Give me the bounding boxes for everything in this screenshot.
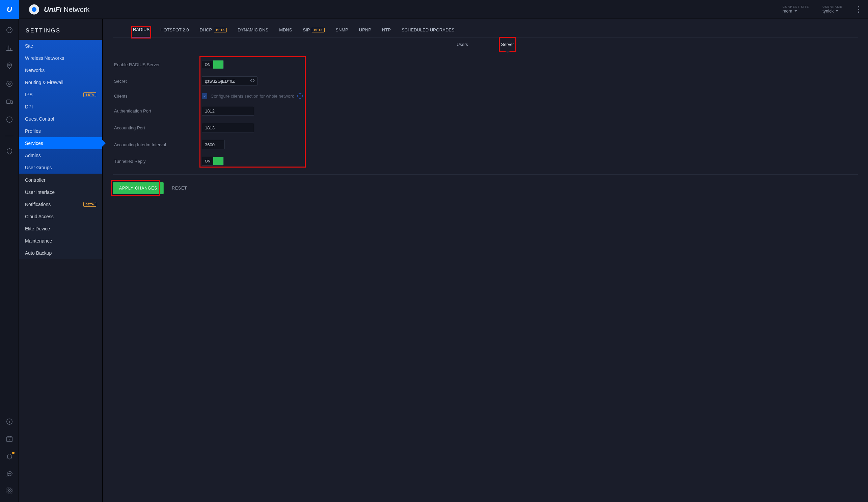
tab-label: NTP [382,27,391,32]
tab-radius[interactable]: RADIUS [132,27,150,38]
sidebar-item-label: Admins [25,153,41,158]
events-icon[interactable] [6,435,13,443]
tab-dhcp[interactable]: DHCPBETA [199,27,227,37]
tunnel-reply-toggle[interactable]: ON [202,157,224,165]
tunnel-label: Tunnelled Reply [114,159,202,164]
acct-port-label: Accounting Port [114,126,202,130]
reveal-password-icon[interactable] [250,78,255,84]
svg-rect-8 [7,437,12,442]
sidebar-item-routing-firewall[interactable]: Routing & Firewall [19,76,102,89]
info-icon[interactable]: i [297,93,303,99]
username-value: tynick [823,8,834,13]
sidebar-item-auto-backup[interactable]: Auto Backup [19,247,102,259]
top-bar: U UniFi Network CURRENT SITE mom USERNAM… [0,0,868,19]
secret-input[interactable] [202,76,258,86]
sidebar-item-label: Elite Device [25,226,50,231]
tunnel-reply-toggle-text: ON [202,159,213,163]
sidebar-item-label: Wireless Networks [25,56,64,61]
sidebar-item-profiles[interactable]: Profiles [19,125,102,137]
tab-snmp[interactable]: SNMP [335,27,349,37]
svg-point-11 [10,473,10,474]
sidebar-item-elite-device[interactable]: Elite Device [19,223,102,235]
reset-button[interactable]: RESET [172,186,187,191]
tab-mdns[interactable]: MDNS [278,27,292,37]
info-icon[interactable] [6,418,13,426]
sidebar-item-notifications[interactable]: NotificationsBETA [19,198,102,210]
chat-icon[interactable] [6,470,13,478]
svg-point-1 [8,64,10,66]
subtab-users[interactable]: Users [455,38,469,51]
sidebar-item-user-groups[interactable]: User Groups [19,161,102,174]
current-site-label: CURRENT SITE [783,5,809,8]
clients-icon[interactable] [6,98,13,107]
current-site-value: mom [783,8,793,13]
sidebar-item-label: Controller [25,177,45,183]
sidebar-item-site[interactable]: Site [19,40,102,52]
map-icon[interactable] [6,62,13,71]
sidebar-item-maintenance[interactable]: Maintenance [19,235,102,247]
content-area: RADIUSHOTSPOT 2.0DHCPBETADYNAMIC DNSMDNS… [103,19,868,502]
tab-upnp[interactable]: UPNP [359,27,372,37]
clients-checkbox[interactable]: ✓ [202,93,207,99]
sidebar-item-controller[interactable]: Controller [19,174,102,186]
apply-changes-button[interactable]: APPLY CHANGES [113,182,164,194]
tab-label: RADIUS [133,27,149,32]
more-menu-icon[interactable] [856,6,861,13]
beta-badge: BETA [83,92,96,97]
security-icon[interactable] [6,148,13,156]
clients-checkbox-text: Configure clients section for whole netw… [210,93,294,99]
subtab-server[interactable]: Server [500,38,515,51]
tab-dynamic-dns[interactable]: DYNAMIC DNS [237,27,269,37]
interval-input[interactable] [202,140,225,149]
dashboard-icon[interactable] [6,26,13,35]
brand-area: UniFi Network [19,4,783,14]
tab-hotspot-2-0[interactable]: HOTSPOT 2.0 [159,27,189,37]
secret-label: Secret [114,79,202,84]
tab-label: DYNAMIC DNS [238,27,268,32]
enable-radius-toggle[interactable]: ON [202,60,224,69]
auth-port-label: Authentication Port [114,109,202,113]
controller-icon[interactable] [29,4,39,14]
sidebar-title: SETTINGS [19,19,102,40]
tab-sip[interactable]: SIPBETA [302,27,326,37]
tab-label: MDNS [279,27,292,32]
sidebar-item-cloud-access[interactable]: Cloud Access [19,210,102,223]
alerts-icon[interactable] [6,452,13,461]
acct-port-input[interactable] [202,123,254,132]
radius-subtabs: UsersServer [113,38,858,51]
sidebar-item-guest-control[interactable]: Guest Control [19,113,102,125]
rail-separator [6,136,13,136]
sidebar-item-dpi[interactable]: DPI [19,101,102,113]
settings-gear-icon[interactable] [6,487,13,495]
sidebar-item-networks[interactable]: Networks [19,64,102,76]
svg-point-12 [8,490,10,492]
sidebar-item-label: Services [25,141,43,146]
sidebar-item-user-interface[interactable]: User Interface [19,186,102,198]
sidebar-item-label: User Groups [25,165,52,170]
sidebar-item-services[interactable]: Services [19,137,102,149]
sidebar-item-label: Profiles [25,128,41,134]
sidebar-item-wireless-networks[interactable]: Wireless Networks [19,52,102,64]
enable-radius-label: Enable RADIUS Server [114,62,202,67]
sidebar-item-label: IPS [25,92,33,97]
sidebar-item-admins[interactable]: Admins [19,149,102,161]
svg-point-13 [252,80,253,81]
tab-scheduled-upgrades[interactable]: SCHEDULED UPGRADES [401,27,455,37]
tab-ntp[interactable]: NTP [381,27,392,37]
brand-unifi: UniFi [44,6,62,13]
tab-label: HOTSPOT 2.0 [160,27,189,32]
insights-icon[interactable] [6,116,13,124]
statistics-icon[interactable] [6,44,13,53]
current-site-selector[interactable]: CURRENT SITE mom [783,5,809,13]
form-actions: APPLY CHANGES RESET [113,175,858,194]
beta-badge: BETA [214,28,227,32]
sidebar-item-ips[interactable]: IPSBETA [19,89,102,101]
ubiquiti-logo[interactable]: U [0,0,19,19]
sidebar-group-secondary: ControllerUser InterfaceNotificationsBET… [19,174,102,259]
devices-icon[interactable] [6,80,13,89]
svg-point-2 [7,81,12,87]
auth-port-input[interactable] [202,106,254,116]
radius-server-form: Enable RADIUS Server ON Secret [113,60,858,175]
username-selector[interactable]: USERNAME tynick [823,5,843,13]
interval-label: Accounting Interim Interval [114,142,202,147]
